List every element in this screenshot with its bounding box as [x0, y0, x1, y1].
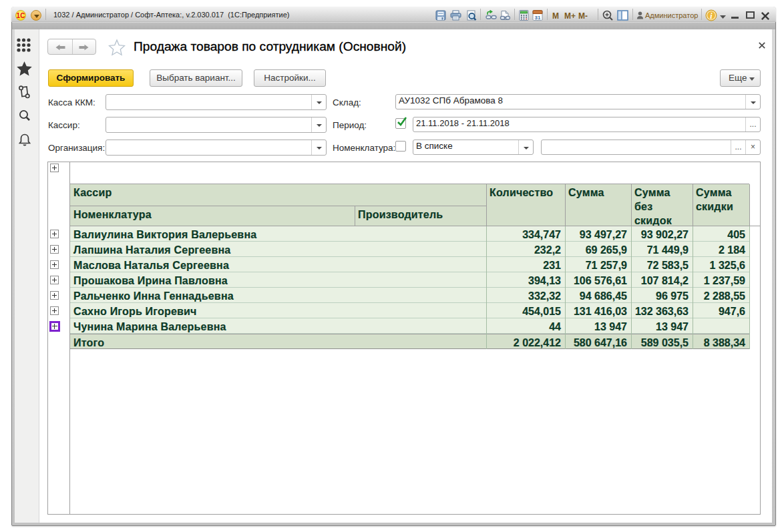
- svg-text:31: 31: [535, 15, 541, 21]
